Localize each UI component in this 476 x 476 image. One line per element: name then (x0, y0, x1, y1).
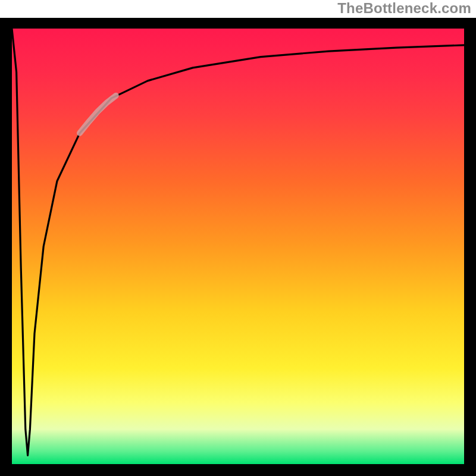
watermark-text: TheBottleneck.com (337, 0, 471, 17)
chart-stage: TheBottleneck.com (0, 0, 476, 476)
chart-frame (0, 18, 476, 476)
bottleneck-curve (12, 29, 464, 455)
chart-svg (12, 29, 464, 464)
highlight-segment (80, 96, 116, 133)
